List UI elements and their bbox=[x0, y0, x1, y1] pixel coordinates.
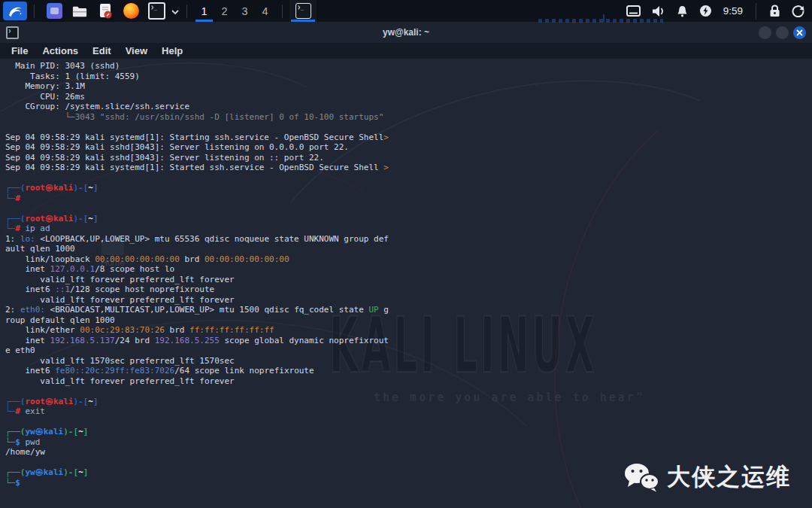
terminal-line: Sep 04 09:58:29 kali sshd[3043]: Server … bbox=[5, 153, 812, 163]
workspace-label: 1 bbox=[201, 5, 207, 17]
terminal-line: Sep 04 09:58:29 kali sshd[3043]: Server … bbox=[5, 142, 812, 153]
wechat-icon bbox=[623, 462, 659, 492]
workspace-2[interactable]: 2 bbox=[214, 0, 235, 22]
text-editor-launcher[interactable] bbox=[95, 2, 115, 21]
terminal-output: Main PID: 3043 (sshd) Tasks: 1 (limit: 4… bbox=[0, 59, 812, 488]
terminal-line: 1: lo: <LOOPBACK,UP,LOWER_UP> mtu 65536 … bbox=[5, 234, 812, 245]
close-icon bbox=[796, 29, 803, 36]
terminal-line: ┌──(root㉿kali)-[~] bbox=[5, 397, 812, 407]
window-titlebar[interactable]: ❯ yw@kali: ~ bbox=[0, 22, 812, 43]
workspace-3[interactable]: 3 bbox=[235, 0, 255, 22]
active-workspace-underline bbox=[195, 20, 213, 22]
terminal-launcher-dropdown[interactable] bbox=[171, 9, 180, 15]
terminal-line: └─# exit bbox=[5, 406, 812, 417]
window-controls bbox=[759, 26, 806, 39]
terminal-line: ault qlen 1000 bbox=[5, 244, 812, 254]
workspace-label: 2 bbox=[221, 5, 227, 17]
panel-left-group: ❯_ 1 2 3 4 ❯_ bbox=[3, 0, 317, 22]
panel-separator bbox=[282, 5, 283, 18]
window-menubar: File Actions Edit View Help bbox=[0, 43, 812, 59]
terminal-line: └─# bbox=[5, 193, 812, 204]
terminal-line: ┌──(root㉿kali)-[~] bbox=[5, 214, 812, 224]
panel-separator bbox=[34, 5, 35, 18]
terminal-line: Sep 04 09:58:29 kali systemd[1]: Startin… bbox=[5, 132, 812, 143]
screen-lock-icon[interactable] bbox=[769, 5, 780, 17]
folder-launcher[interactable] bbox=[70, 2, 89, 21]
volume-icon[interactable] bbox=[652, 5, 665, 17]
terminal-line: Sep 04 09:58:29 kali systemd[1]: Started… bbox=[5, 163, 812, 173]
menu-edit[interactable]: Edit bbox=[92, 45, 111, 56]
terminal-line: CPU: 26ms bbox=[5, 92, 812, 102]
terminal-line: ┌──(yw㉿kali)-[~] bbox=[5, 427, 812, 437]
file-manager-icon bbox=[47, 3, 62, 19]
terminal-line: 2: eth0: <BROADCAST,MULTICAST,UP,LOWER_U… bbox=[5, 305, 812, 315]
applications-menu-button[interactable] bbox=[3, 2, 27, 20]
watermark-text: 大侠之运维 bbox=[667, 461, 791, 493]
notifications-bell-icon[interactable] bbox=[677, 5, 688, 17]
workspace-label: 3 bbox=[241, 5, 247, 17]
channel-watermark: 大侠之运维 bbox=[623, 461, 791, 493]
terminal-line: link/loopback 00:00:00:00:00:00 brd 00:0… bbox=[5, 254, 812, 265]
menu-file[interactable]: File bbox=[11, 45, 28, 56]
terminal-line: inet 192.168.5.137/24 brd 192.168.5.255 … bbox=[5, 336, 812, 346]
panel-separator bbox=[756, 3, 756, 20]
panel-separator bbox=[186, 5, 187, 18]
terminal-icon: ❯_ bbox=[148, 2, 165, 20]
terminal-line: inet 127.0.0.1/8 scope host lo bbox=[5, 264, 812, 275]
terminal-line bbox=[5, 122, 812, 132]
terminal-line: valid_lft forever preferred_lft forever bbox=[5, 376, 812, 387]
terminal-line: ┌──(root㉿kali)-[~] bbox=[5, 183, 812, 193]
terminal-line: CGroup: /system.slice/ssh.service bbox=[5, 102, 812, 112]
terminal-line: inet6 ::1/128 scope host noprefixroute bbox=[5, 284, 812, 295]
display-settings-icon[interactable] bbox=[626, 5, 641, 17]
taskbar-item-terminal[interactable]: ❯_ bbox=[289, 0, 317, 22]
menu-help[interactable]: Help bbox=[162, 45, 183, 56]
terminal-line: valid_lft forever preferred_lft forever bbox=[5, 275, 812, 285]
terminal-window: ❯ yw@kali: ~ File Actions Edit View Help bbox=[0, 22, 812, 508]
top-panel: ❯_ 1 2 3 4 ❯_ bbox=[0, 0, 812, 22]
terminal-window-icon: ❯_ bbox=[295, 3, 311, 19]
maximize-button[interactable] bbox=[776, 26, 789, 39]
terminal-line: └─# ip ad bbox=[5, 224, 812, 234]
folder-icon bbox=[71, 4, 88, 19]
minimize-button[interactable] bbox=[759, 26, 771, 39]
terminal-line: e eth0 bbox=[5, 345, 812, 356]
panel-clock[interactable]: 9:59 bbox=[723, 5, 743, 17]
terminal-line: valid_lft 1570sec preferred_lft 1570sec bbox=[5, 356, 812, 367]
session-menu-icon[interactable] bbox=[792, 5, 804, 17]
terminal-line: link/ether 00:0c:29:83:70:26 brd ff:ff:f… bbox=[5, 325, 812, 336]
terminal-line: valid_lft forever preferred_lft forever bbox=[5, 295, 812, 306]
workspace-label: 4 bbox=[262, 5, 268, 17]
window-title: yw@kali: ~ bbox=[0, 27, 812, 38]
terminal-line: roup default qlen 1000 bbox=[5, 315, 812, 326]
menu-view[interactable]: View bbox=[126, 45, 147, 56]
menu-actions[interactable]: Actions bbox=[42, 45, 78, 56]
terminal-line bbox=[5, 417, 812, 427]
kali-dragon-icon bbox=[8, 5, 23, 18]
firefox-icon bbox=[123, 3, 139, 19]
terminal-line: Tasks: 1 (limit: 4559) bbox=[5, 71, 812, 82]
workspace-1[interactable]: 1 bbox=[194, 0, 214, 22]
terminal-line: Main PID: 3043 (sshd) bbox=[5, 61, 812, 71]
terminal-line bbox=[5, 386, 812, 397]
panel-watermark-scribble bbox=[538, 19, 663, 23]
terminal-viewport[interactable]: KALI LINUX the more you are able to hear… bbox=[0, 59, 812, 508]
active-task-underline bbox=[291, 20, 315, 22]
terminal-line: └─3043 "sshd: /usr/sbin/sshd -D [listene… bbox=[5, 112, 812, 123]
close-button[interactable] bbox=[793, 26, 806, 39]
terminal-launcher[interactable]: ❯_ bbox=[147, 2, 166, 21]
power-manager-icon[interactable] bbox=[699, 5, 712, 17]
chevron-down-icon bbox=[171, 9, 180, 15]
terminal-line: └─$ pwd bbox=[5, 437, 812, 448]
file-manager-launcher[interactable] bbox=[44, 2, 64, 21]
workspace-4[interactable]: 4 bbox=[255, 0, 275, 22]
terminal-line: Memory: 3.1M bbox=[5, 81, 812, 92]
firefox-launcher[interactable] bbox=[121, 2, 141, 21]
terminal-line: inet6 fe80::20c:29ff:fe83:7026/64 scope … bbox=[5, 366, 812, 376]
terminal-line: /home/yw bbox=[5, 447, 812, 458]
text-editor-icon bbox=[98, 3, 113, 20]
terminal-line bbox=[5, 173, 812, 184]
terminal-line bbox=[5, 203, 812, 214]
